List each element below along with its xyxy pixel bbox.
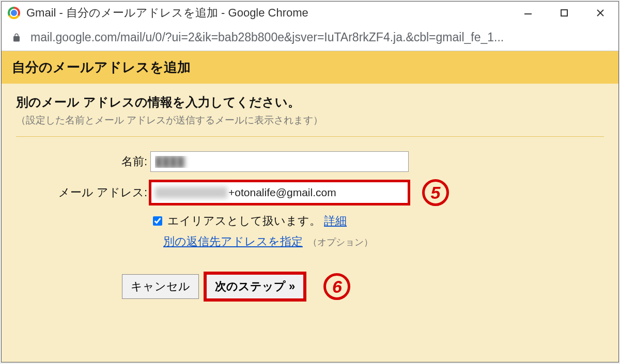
name-input[interactable] [150,151,409,172]
alias-label: エイリアスとして扱います。 [167,213,321,229]
window-title: Gmail - 自分のメールアドレスを追加 - Google Chrome [26,5,510,21]
chrome-icon [8,7,20,19]
reply-address-link[interactable]: 別の返信先アドレスを指定 [163,235,303,248]
name-row: 名前: [16,151,604,172]
lock-icon [12,32,21,43]
minimize-button[interactable] [510,5,546,21]
alias-checkbox-row: エイリアスとして扱います。 詳細 [153,213,604,229]
buttons-row: キャンセル 次のステップ » 6 [122,273,604,300]
page-title: 自分のメールアドレスを追加 [2,51,618,84]
annotation-6: 6 [323,273,350,300]
email-label: メール アドレス: [16,185,150,200]
redacted-prefix [155,187,227,198]
svg-rect-1 [561,10,567,16]
maximize-button[interactable] [546,5,582,21]
chrome-window: Gmail - 自分のメールアドレスを追加 - Google Chrome ma… [1,1,619,362]
instruction-subtext: （設定した名前とメール アドレスが送信するメールに表示されます） [16,114,604,127]
svg-rect-0 [524,13,532,14]
close-button[interactable] [582,5,618,21]
form-area: 別のメール アドレスの情報を入力してください。 （設定した名前とメール アドレス… [2,84,618,310]
name-label: 名前: [16,154,150,169]
page-content: 自分のメールアドレスを追加 別のメール アドレスの情報を入力してください。 （設… [2,51,618,362]
reply-optional-text: （オプション） [308,237,373,247]
email-input[interactable]: +otonalife@gmail.com [150,181,409,204]
instruction-text: 別のメール アドレスの情報を入力してください。 [16,94,604,110]
divider [16,136,604,137]
window-controls [510,5,618,21]
alias-detail-link[interactable]: 詳細 [324,213,347,229]
email-row: メール アドレス: +otonalife@gmail.com 5 [16,179,604,206]
alias-checkbox[interactable] [153,216,162,226]
annotation-5: 5 [422,179,449,206]
cancel-button[interactable]: キャンセル [122,274,199,299]
window-titlebar: Gmail - 自分のメールアドレスを追加 - Google Chrome [2,2,618,24]
address-bar[interactable]: mail.google.com/mail/u/0/?ui=2&ik=bab28b… [2,24,618,51]
email-visible-suffix: +otonalife@gmail.com [228,186,336,199]
reply-row: 別の返信先アドレスを指定 （オプション） [163,234,604,249]
url-text: mail.google.com/mail/u/0/?ui=2&ik=bab28b… [30,30,504,44]
next-step-button[interactable]: 次のステップ » [206,274,304,299]
